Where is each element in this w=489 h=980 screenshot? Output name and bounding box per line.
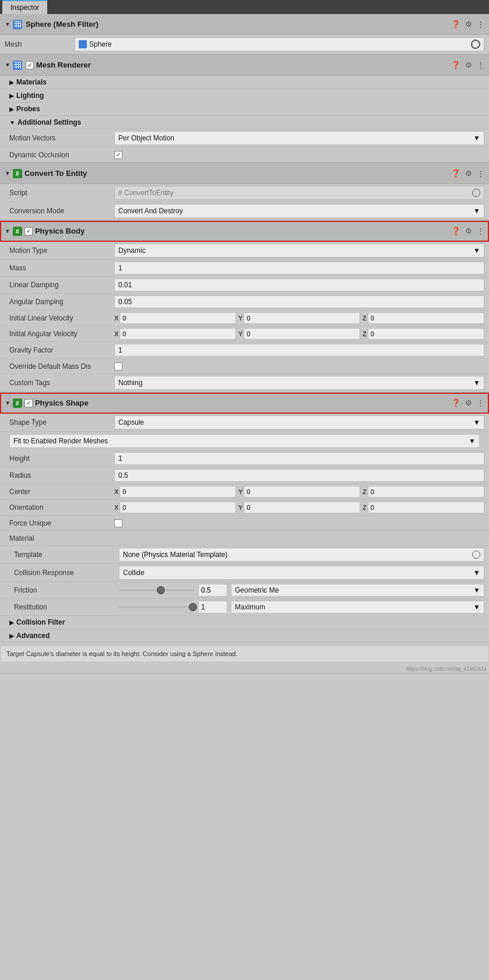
template-value[interactable]: None (Physics Material Template) [119,548,484,562]
template-target-icon[interactable] [472,551,480,559]
height-value[interactable] [114,452,484,465]
pb-settings-icon[interactable]: ⚙ [465,227,472,235]
convert-to-entity-header[interactable]: ▼ # Convert To Entity ❓ ⚙ ⋮ [0,163,489,184]
cte-help-icon[interactable]: ❓ [451,169,460,178]
dynamic-occlusion-checkbox[interactable]: ✓ [114,151,122,159]
mass-value[interactable]: 1 [114,262,484,274]
collision-response-value[interactable]: Collide ▼ [119,566,484,580]
script-target-icon[interactable] [472,189,480,197]
materials-row[interactable]: ▶ Materials [0,76,489,89]
friction-thumb[interactable] [157,586,165,594]
mesh-value-field[interactable]: Sphere [75,37,484,51]
override-mass-checkbox[interactable] [114,362,122,371]
script-row: Script # ConvertToEntity [0,184,489,202]
dynamic-occlusion-row: Dynamic Occlusion ✓ [0,147,489,163]
physics-body-header[interactable]: ▼ # ✓ Physics Body ❓ ⚙ ⋮ [0,221,489,242]
collision-response-dropdown[interactable]: Collide ▼ [119,566,484,580]
force-unique-row: Force Unique [0,516,489,531]
lighting-row[interactable]: ▶ Lighting [0,89,489,103]
conversion-mode-dropdown[interactable]: Convert And Destroy ▼ [114,204,484,218]
orient-z-input[interactable] [368,502,484,513]
shape-type-value[interactable]: Capsule ▼ [114,415,484,429]
additional-settings-row[interactable]: ▼ Additional Settings [0,116,489,129]
ilv-y-input[interactable] [244,312,360,324]
template-row: Template None (Physics Material Template… [0,546,489,564]
pb-help-icon[interactable]: ❓ [451,227,460,235]
fit-dropdown[interactable]: Fit to Enabled Render Meshes ▼ [9,434,480,448]
motion-vectors-value[interactable]: Per Object Motion ▼ [114,131,484,145]
target-icon[interactable] [471,40,480,49]
center-z-input[interactable] [368,486,484,498]
mass-input[interactable]: 1 [114,262,484,274]
ps-help-icon[interactable]: ❓ [451,399,460,407]
ps-checkbox[interactable]: ✓ [24,399,33,407]
mr-more-icon[interactable]: ⋮ [477,61,484,69]
custom-tags-dropdown[interactable]: Nothing ▼ [114,376,484,390]
materials-tri: ▶ [9,79,14,86]
collision-filter-row[interactable]: ▶ Collision Filter [0,616,489,629]
mr-checkbox[interactable]: ✓ [26,61,34,69]
linear-damping-input[interactable] [114,279,484,291]
cte-settings-icon[interactable]: ⚙ [465,169,472,178]
pb-more-icon[interactable]: ⋮ [477,227,484,235]
mr-settings-icon[interactable]: ⚙ [465,61,472,69]
motion-vectors-dropdown[interactable]: Per Object Motion ▼ [114,131,484,145]
inspector-tab[interactable]: Inspector [2,0,47,14]
template-field[interactable]: None (Physics Material Template) [119,548,484,562]
script-field[interactable]: # ConvertToEntity [114,186,484,200]
tab-bar: Inspector [0,0,489,14]
iav-z-input[interactable] [368,328,484,340]
motion-type-dropdown[interactable]: Dynamic ▼ [114,244,484,258]
settings-icon[interactable]: ⚙ [465,20,472,29]
center-y-input[interactable] [244,486,360,498]
iav-y-label: Y [238,330,242,337]
gravity-factor-value[interactable] [114,344,484,357]
cte-more-icon[interactable]: ⋮ [477,169,484,178]
height-input[interactable] [114,452,484,465]
more-icon[interactable]: ⋮ [477,20,484,29]
restitution-thumb[interactable] [189,603,197,611]
restitution-type-dropdown[interactable]: Maximum ▼ [231,601,484,614]
orient-x-input[interactable] [119,502,236,513]
custom-tags-value[interactable]: Nothing ▼ [114,376,484,390]
friction-type-dropdown[interactable]: Geometric Me ▼ [231,584,484,597]
gravity-factor-input[interactable] [114,344,484,357]
mesh-filter-header[interactable]: ▼ Sphere (Mesh Filter) ❓ ⚙ ⋮ [0,14,489,35]
center-x-input[interactable] [119,486,236,498]
radius-input[interactable] [114,469,484,482]
shape-type-arrow: ▼ [473,418,480,426]
ilv-x-input[interactable] [119,312,236,324]
ps-settings-icon[interactable]: ⚙ [465,399,472,407]
iav-x-input[interactable] [119,328,236,340]
mr-help-icon[interactable]: ❓ [451,61,460,69]
conversion-mode-value[interactable]: Convert And Destroy ▼ [114,204,484,218]
iav-x-label: X [114,330,118,337]
ilv-z-input[interactable] [368,312,484,324]
restitution-input[interactable] [198,601,227,614]
linear-damping-value[interactable] [114,279,484,291]
physics-shape-header[interactable]: ▼ # ✓ Physics Shape ❓ ⚙ ⋮ [0,393,489,414]
radius-value[interactable] [114,469,484,482]
center-label: Center [9,488,114,496]
collision-response-row: Collision Response Collide ▼ [0,564,489,582]
pb-checkbox[interactable]: ✓ [24,227,33,235]
angular-damping-input[interactable] [114,295,484,308]
mesh-filter-title: Sphere (Mesh Filter) [26,20,451,29]
mesh-renderer-header[interactable]: ▼ ✓ Mesh Renderer ❓ ⚙ ⋮ [0,55,489,76]
iav-y-input[interactable] [244,328,360,340]
ps-more-icon[interactable]: ⋮ [477,399,484,407]
custom-tags-text: Nothing [118,379,142,387]
shape-type-dropdown[interactable]: Capsule ▼ [114,415,484,429]
force-unique-checkbox[interactable] [114,519,122,527]
motion-type-value[interactable]: Dynamic ▼ [114,244,484,258]
help-icon[interactable]: ❓ [451,20,460,29]
orient-y-input[interactable] [244,502,360,513]
friction-input[interactable] [198,584,227,597]
mass-label: Mass [9,264,114,272]
motion-vectors-text: Per Object Motion [118,134,174,142]
probes-row[interactable]: ▶ Probes [0,103,489,116]
angular-damping-value[interactable] [114,295,484,308]
header-icons: ❓ ⚙ ⋮ [451,20,484,29]
advanced-row[interactable]: ▶ Advanced [0,629,489,643]
motion-vectors-label: Motion Vectors [9,134,114,142]
